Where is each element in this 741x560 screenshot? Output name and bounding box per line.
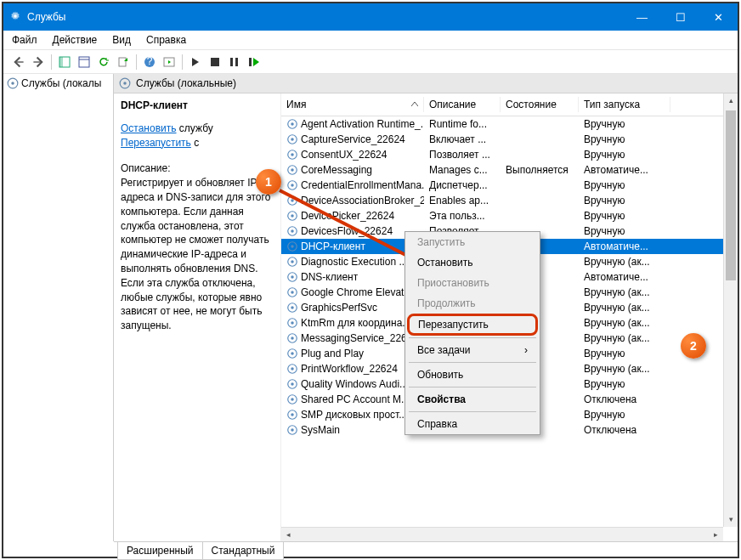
ctx-pause: Приостановить <box>405 273 540 293</box>
svg-rect-10 <box>230 58 233 66</box>
ctx-alltasks[interactable]: Все задачи <box>405 340 540 360</box>
desc-label: Описание: <box>121 162 171 174</box>
svg-point-18 <box>291 122 294 126</box>
svg-rect-5 <box>119 58 126 66</box>
svg-point-52 <box>291 382 294 386</box>
svg-point-40 <box>291 291 294 294</box>
col-desc[interactable]: Описание <box>424 97 501 112</box>
forward-icon[interactable] <box>30 54 47 71</box>
svg-point-46 <box>291 337 294 340</box>
menubar: Файл Действие Вид Справка <box>3 31 738 50</box>
ctx-refresh[interactable]: Обновить <box>405 365 540 385</box>
window-title: Службы <box>27 11 623 23</box>
scrollbar-horizontal[interactable]: ◂▸ <box>281 527 723 541</box>
desc-text: Регистрирует и обновляет IP адреса и DNS… <box>121 177 270 331</box>
refresh-icon[interactable] <box>95 54 112 71</box>
menu-file[interactable]: Файл <box>12 34 37 46</box>
table-row[interactable]: Agent Activation Runtime_...Runtime fo..… <box>281 116 738 132</box>
ctx-help[interactable]: Справка <box>405 414 540 434</box>
svg-point-14 <box>11 82 14 85</box>
svg-rect-12 <box>249 58 252 66</box>
svg-rect-2 <box>59 57 63 67</box>
svg-point-58 <box>291 428 294 432</box>
column-headers: Имя Описание Состояние Тип запуска <box>281 93 738 116</box>
table-row[interactable]: CaptureService_22624Включает ...Вручную <box>281 132 738 147</box>
toolbar-icon[interactable] <box>56 54 73 71</box>
help-icon[interactable]: ? <box>141 54 158 71</box>
menu-action[interactable]: Действие <box>53 34 98 46</box>
annotation-marker-2: 2 <box>681 333 706 359</box>
svg-rect-11 <box>235 58 238 66</box>
link-restart[interactable]: Перезапустить <box>121 137 191 149</box>
tree-label: Службы (локалы <box>21 77 101 89</box>
play-icon[interactable] <box>187 54 204 71</box>
svg-point-50 <box>291 367 294 371</box>
svg-point-20 <box>291 138 294 141</box>
service-name: DHCP-клиент <box>121 99 274 113</box>
svg-rect-3 <box>79 57 89 67</box>
restart-icon[interactable] <box>246 54 263 71</box>
table-row[interactable]: ConsentUX_22624Позволяет ...Вручную <box>281 147 738 162</box>
col-start[interactable]: Тип запуска <box>579 97 670 112</box>
tree-node-services[interactable]: Службы (локалы <box>7 77 110 89</box>
gear-icon <box>3 10 27 25</box>
toolbar-icon[interactable] <box>161 54 178 71</box>
pane-header: Службы (локальные) <box>114 74 738 93</box>
svg-point-54 <box>291 398 294 401</box>
pause-icon[interactable] <box>226 54 243 71</box>
menu-view[interactable]: Вид <box>112 34 131 46</box>
ctx-stop[interactable]: Остановить <box>405 252 540 273</box>
svg-point-56 <box>291 413 294 416</box>
svg-rect-9 <box>211 58 219 66</box>
toolbar: ? <box>3 50 738 74</box>
maximize-button[interactable]: ☐ <box>661 3 699 31</box>
stop-icon[interactable] <box>206 54 223 71</box>
svg-point-44 <box>291 321 294 325</box>
svg-text:?: ? <box>147 56 153 67</box>
svg-point-24 <box>291 168 294 172</box>
titlebar: Службы — ☐ ✕ <box>3 3 738 31</box>
minimize-button[interactable]: — <box>623 3 661 31</box>
context-menu: Запустить Остановить Приостановить Продо… <box>404 231 540 435</box>
close-button[interactable]: ✕ <box>699 3 738 31</box>
ctx-resume: Продолжить <box>405 293 540 314</box>
service-list: Имя Описание Состояние Тип запуска Agent… <box>280 93 738 541</box>
export-icon[interactable] <box>115 54 132 71</box>
ctx-start: Запустить <box>405 232 540 252</box>
tree-pane: Службы (локалы <box>3 74 114 541</box>
toolbar-icon[interactable] <box>76 54 93 71</box>
menu-help[interactable]: Справка <box>146 34 186 46</box>
ctx-props[interactable]: Свойства <box>405 389 540 410</box>
annotation-marker-1: 1 <box>256 169 281 195</box>
tab-extended[interactable]: Расширенный <box>117 542 203 560</box>
back-icon[interactable] <box>10 54 27 71</box>
pane-title: Службы (локальные) <box>136 77 236 89</box>
tab-standard[interactable]: Стандартный <box>202 542 285 560</box>
col-state[interactable]: Состояние <box>501 97 579 112</box>
svg-point-16 <box>123 82 127 85</box>
col-name[interactable]: Имя <box>281 97 424 112</box>
scrollbar-vertical[interactable]: ▴▾ <box>723 93 738 527</box>
svg-point-48 <box>291 352 294 355</box>
view-tabs: Расширенный Стандартный <box>114 541 738 560</box>
table-row[interactable]: CoreMessagingManages c...ВыполняетсяАвто… <box>281 162 738 178</box>
link-stop[interactable]: Остановить <box>121 122 177 134</box>
info-pane: DHCP-клиент Остановить службу Перезапуст… <box>114 93 280 541</box>
svg-point-42 <box>291 306 294 309</box>
ctx-restart[interactable]: Перезапустить <box>407 314 538 336</box>
svg-point-22 <box>291 153 294 156</box>
